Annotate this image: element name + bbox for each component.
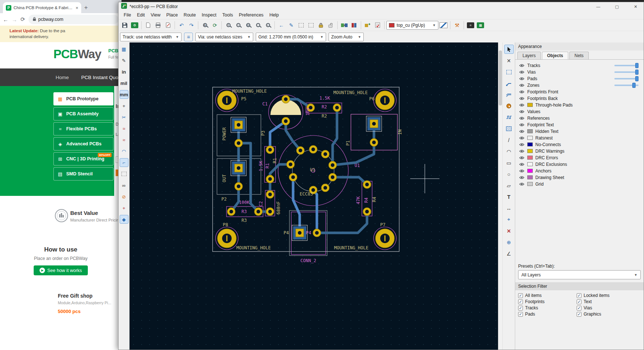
zoom-out-icon[interactable]: − (233, 21, 243, 30)
visibility-eye-icon[interactable] (519, 97, 525, 100)
pcbnew-icon[interactable]: ▦ (476, 21, 485, 30)
checkbox-checked-icon[interactable]: ✓ (577, 306, 581, 310)
menu-item[interactable]: Edit (134, 12, 148, 18)
forward-button[interactable]: → (12, 16, 17, 23)
scissors-icon[interactable]: ✂ (120, 113, 128, 122)
zoom-fit-icon[interactable]: ▭ (243, 21, 253, 30)
visibility-eye-icon[interactable] (519, 182, 525, 186)
pan-left-icon[interactable]: ← (277, 21, 286, 30)
layer-presentation-icon[interactable] (439, 21, 448, 30)
menu-item[interactable]: Place (164, 12, 181, 18)
object-row[interactable]: Footprint Text (519, 122, 640, 128)
footprint-library-icon[interactable] (349, 21, 359, 30)
add-via-icon[interactable] (504, 101, 514, 111)
menu-item[interactable]: Preferences (236, 12, 266, 18)
track-width-select[interactable]: Track: use netclass width ▼ (120, 33, 181, 41)
object-row[interactable]: Zones (519, 82, 640, 88)
object-row[interactable]: Footprints Front (519, 89, 640, 95)
object-row[interactable]: Hidden Text (519, 128, 640, 134)
draw-line-icon[interactable]: / (504, 135, 514, 145)
curved-ratsnest-icon[interactable]: ≈ (120, 135, 128, 144)
back-button[interactable]: ← (3, 16, 8, 23)
product-menu-item[interactable]: ▣ PCB Assembly (53, 107, 113, 120)
minimize-button[interactable]: — (590, 2, 606, 11)
board-setup-icon[interactable]: ⚙ (130, 21, 139, 30)
visibility-eye-icon[interactable] (519, 103, 525, 107)
browser-tab[interactable]: P China PCB Prototype & Fabric... × (3, 2, 81, 13)
nav-link[interactable]: PCB Instant Quote (81, 75, 123, 80)
route-tracks-icon[interactable] (504, 79, 514, 88)
object-row[interactable]: Tracks (519, 62, 640, 68)
plot-icon[interactable] (163, 21, 173, 30)
draw-rectangle-icon[interactable]: ▭ (504, 158, 514, 167)
new-tab-button[interactable]: + (84, 4, 88, 11)
opacity-slider[interactable] (614, 71, 639, 73)
object-row[interactable]: DRC Exclusions (519, 161, 640, 167)
visibility-eye-icon[interactable] (519, 110, 525, 113)
close-button[interactable]: ✕ (628, 2, 644, 11)
checkbox-checked-icon[interactable]: ✓ (518, 299, 523, 304)
menu-item[interactable]: View (148, 12, 164, 18)
visibility-eye-icon[interactable] (519, 83, 525, 87)
sketch-mode-icon[interactable] (120, 170, 128, 178)
selection-filter-item[interactable]: ✓ Locked items (577, 293, 642, 298)
color-swatch[interactable] (527, 169, 533, 173)
pcb-canvas[interactable]: MOUNTING_HOLEMOUNTING_HOLEMOUNTING_HOLEM… (130, 42, 498, 350)
selection-expand-icon[interactable] (306, 21, 316, 30)
object-row[interactable]: No-Connects (519, 141, 640, 148)
title-bar[interactable]: *ecc83-pp — PCB Editor — ▢ ✕ (119, 2, 644, 11)
checkbox-checked-icon[interactable]: ✓ (518, 306, 523, 310)
object-row[interactable]: Anchors (519, 168, 640, 174)
pcbway-logo[interactable]: PCBWay (53, 47, 101, 61)
selection-filter-item[interactable]: ✓ Vias (577, 305, 642, 310)
slider-handle[interactable] (635, 70, 639, 75)
refresh-icon[interactable]: ⟳ (210, 21, 220, 30)
address-bar[interactable]: pcbway.com (29, 15, 119, 24)
add-text-icon[interactable]: T (504, 192, 514, 201)
move-anchor-icon[interactable]: ⌖ (504, 215, 514, 224)
draw-circle-icon[interactable]: ○ (504, 170, 514, 179)
visibility-eye-icon[interactable] (519, 149, 525, 153)
menu-item[interactable]: File (121, 12, 134, 18)
update-pcb-from-schematic-icon[interactable] (340, 21, 349, 30)
scrollbar-thumb[interactable] (499, 51, 502, 105)
zoom-selection-icon[interactable]: ▫ (253, 21, 263, 30)
color-swatch[interactable] (527, 142, 533, 146)
delete-tool-icon[interactable]: ✕ (504, 226, 514, 235)
maximize-button[interactable]: ▢ (609, 2, 625, 11)
checkbox-checked-icon[interactable]: ✓ (577, 299, 581, 304)
grid-origin-icon[interactable]: ⊕ (504, 238, 514, 247)
product-menu-item[interactable]: ▦ PCB Prototype (53, 92, 113, 105)
appearance-toggle-icon[interactable]: ◆ (120, 215, 128, 224)
opacity-slider[interactable] (614, 65, 639, 66)
selection-filter-item[interactable]: ✓ Pads (518, 312, 577, 317)
opacity-slider[interactable] (614, 78, 639, 79)
add-dimension-icon[interactable]: ↔ (504, 204, 514, 213)
visibility-eye-icon[interactable] (519, 163, 525, 166)
object-row[interactable]: Footprints Back (519, 95, 640, 101)
edit-tool-icon[interactable]: ✎ (287, 21, 296, 30)
drc-check-icon[interactable] (373, 21, 382, 30)
zoom-in-icon[interactable]: + (224, 21, 233, 30)
color-swatch[interactable] (527, 182, 533, 186)
selection-disambiguate-icon[interactable] (296, 21, 306, 30)
zone-display-icon[interactable]: ⌐ (120, 158, 128, 167)
lock-icon[interactable] (316, 21, 326, 30)
arc-mode-icon[interactable]: ◠ (120, 147, 128, 156)
color-swatch[interactable] (527, 175, 533, 179)
color-swatch[interactable] (527, 156, 533, 160)
object-row[interactable]: Drawing Sheet (519, 174, 640, 180)
color-swatch[interactable] (527, 129, 533, 133)
add-zone-icon[interactable] (504, 124, 514, 133)
slider-handle[interactable] (635, 63, 639, 68)
tab-close-icon[interactable]: × (75, 5, 78, 11)
measure-tool-icon[interactable]: ∠ (504, 249, 514, 258)
color-swatch[interactable] (527, 103, 533, 107)
draw-polygon-icon[interactable]: ▱ (504, 181, 514, 190)
menu-item[interactable]: Tools (220, 12, 236, 18)
object-row[interactable]: Pads (519, 75, 640, 82)
visibility-eye-icon[interactable] (519, 136, 525, 140)
visibility-eye-icon[interactable] (519, 77, 525, 81)
checkbox-checked-icon[interactable]: ✓ (577, 312, 581, 317)
checkbox-checked-icon[interactable]: ✓ (518, 293, 523, 298)
